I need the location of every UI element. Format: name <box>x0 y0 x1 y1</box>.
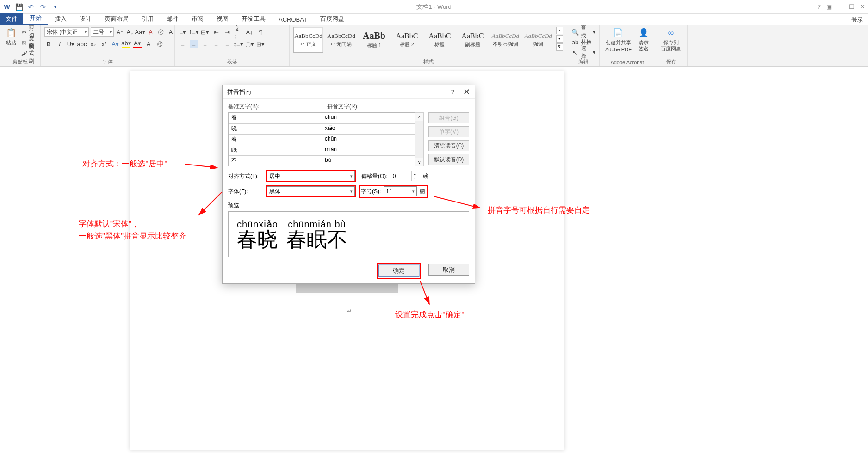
enclose-char-icon[interactable]: ㊕ <box>155 40 164 48</box>
subscript-icon[interactable]: x₂ <box>89 40 97 48</box>
tab-mailings[interactable]: 邮件 <box>160 13 185 25</box>
offset-spinner[interactable]: ▴▾ <box>391 171 420 181</box>
text-effect-icon[interactable]: A▾ <box>111 40 119 48</box>
underline-icon[interactable]: U▾ <box>67 40 75 48</box>
sort-icon[interactable]: A↓ <box>245 28 254 36</box>
minimize-icon[interactable]: — <box>837 3 843 10</box>
font-color-icon[interactable]: A▾ <box>133 40 142 48</box>
char-border-icon[interactable]: A <box>167 28 175 36</box>
maximize-icon[interactable]: ☐ <box>849 3 855 10</box>
save-baidu-button[interactable]: ∞保存到 百度网盘 <box>659 27 683 53</box>
ruby-font-combo[interactable]: 黑体▾ <box>267 186 355 196</box>
superscript-icon[interactable]: x² <box>100 40 108 48</box>
base-cell[interactable]: 眠 <box>229 145 322 155</box>
grid-scrollbar[interactable]: ∧∨ <box>415 112 424 166</box>
file-tab[interactable]: 文件 <box>0 13 23 25</box>
shrink-font-icon[interactable]: A↓ <box>126 28 134 36</box>
align-left-icon[interactable]: ≡ <box>179 40 187 48</box>
align-combo[interactable]: 居中▾ <box>267 171 355 181</box>
justify-icon[interactable]: ≡ <box>212 40 220 48</box>
style-title[interactable]: AaBbC标题 <box>425 27 455 53</box>
tab-developer[interactable]: 开发工具 <box>235 13 272 25</box>
tab-view[interactable]: 视图 <box>210 13 235 25</box>
help-icon[interactable]: ? <box>818 3 821 10</box>
distribute-icon[interactable]: ≡ <box>223 40 231 48</box>
line-spacing-icon[interactable]: ↕≡▾ <box>234 40 242 48</box>
find-button[interactable]: 🔍查找▾ <box>571 27 595 37</box>
tab-baidu[interactable]: 百度网盘 <box>314 13 351 25</box>
grow-font-icon[interactable]: A↑ <box>116 28 124 36</box>
style-emphasis[interactable]: AaBbCcDd强调 <box>523 27 553 53</box>
ruby-cell[interactable]: bù <box>322 156 415 166</box>
bullets-icon[interactable]: ≡▾ <box>179 28 187 36</box>
dialog-close-icon[interactable]: ✕ <box>463 87 470 97</box>
clear-ruby-button[interactable]: 清除读音(C) <box>428 140 469 151</box>
align-value: 居中 <box>269 172 280 180</box>
highlight-icon[interactable]: ab▾ <box>122 40 130 48</box>
strike-icon[interactable]: abc <box>78 40 86 48</box>
style-subtle-emphasis[interactable]: AaBbCcDd不明显强调 <box>490 27 521 53</box>
ok-button[interactable]: 确定 <box>378 265 419 277</box>
tab-design[interactable]: 设计 <box>73 13 98 25</box>
request-sign-button[interactable]: 👤请求 签名 <box>636 27 651 53</box>
font-name-combo[interactable]: 宋体 (中文正▾ <box>44 27 89 37</box>
qat-more-icon[interactable]: ▾ <box>50 2 60 12</box>
borders-icon[interactable]: ⊞▾ <box>256 40 265 48</box>
shading-icon[interactable]: ▢▾ <box>245 40 254 48</box>
offset-input[interactable] <box>391 173 411 179</box>
save-icon[interactable]: 💾 <box>14 2 24 12</box>
ribbon-display-icon[interactable]: ▣ <box>826 3 832 10</box>
phonetic-guide-icon[interactable]: ㋐ <box>156 28 165 36</box>
tab-insert[interactable]: 插入 <box>48 13 73 25</box>
single-button[interactable]: 单字(M) <box>428 126 469 137</box>
cancel-button[interactable]: 取消 <box>428 264 469 276</box>
paste-button[interactable]: 📋 粘贴 <box>4 27 19 47</box>
style-subtitle[interactable]: AaBbC副标题 <box>458 27 488 53</box>
numbering-icon[interactable]: 1≡▾ <box>190 28 198 36</box>
multilevel-icon[interactable]: ⊟▾ <box>201 28 209 36</box>
undo-icon[interactable]: ↶ <box>26 2 36 12</box>
show-marks-icon[interactable]: ¶ <box>256 28 265 36</box>
redo-icon[interactable]: ↷ <box>38 2 48 12</box>
style-heading2[interactable]: AaBbC标题 2 <box>392 27 422 53</box>
style-normal[interactable]: AaBbCcDd↵ 正文 <box>293 27 323 53</box>
style-heading1[interactable]: AaBb标题 1 <box>359 27 389 53</box>
dialog-help-icon[interactable]: ? <box>451 88 454 95</box>
align-right-icon[interactable]: ≡ <box>201 40 209 48</box>
select-button[interactable]: ↖选择▾ <box>571 47 595 57</box>
clear-format-icon[interactable]: A̷ <box>146 28 155 36</box>
group-button[interactable]: 组合(G) <box>428 112 469 123</box>
close-icon[interactable]: ✕ <box>860 3 865 10</box>
tab-home[interactable]: 开始 <box>23 12 48 25</box>
tab-acrobat[interactable]: ACROBAT <box>272 14 314 25</box>
style-nospacing[interactable]: AaBbCcDd↵ 无间隔 <box>326 27 356 53</box>
base-cell[interactable]: 春 <box>229 113 322 123</box>
tab-review[interactable]: 审阅 <box>185 13 210 25</box>
bold-icon[interactable]: B <box>44 40 53 48</box>
create-pdf-button[interactable]: 📄创建并共享Adobe PDF <box>603 27 633 54</box>
ruby-cell[interactable]: chūn <box>322 135 415 145</box>
tab-layout[interactable]: 页面布局 <box>98 13 135 25</box>
default-ruby-button[interactable]: 默认读音(D) <box>428 154 469 165</box>
align-center-icon[interactable]: ≡ <box>190 40 198 48</box>
dialog-titlebar[interactable]: 拼音指南 ? ✕ <box>223 85 475 99</box>
ruby-size-combo[interactable]: 11▾ <box>384 186 417 196</box>
base-cell[interactable]: 春 <box>229 135 322 145</box>
decrease-indent-icon[interactable]: ⇤ <box>212 28 220 36</box>
login-link[interactable]: 登录 <box>851 16 863 24</box>
ruby-grid[interactable]: 春chūn 晓xiǎo 春chūn 眠mián 不bù <box>228 112 415 166</box>
style-scroll[interactable]: ▴▾⊽ <box>556 27 563 51</box>
font-size-combo[interactable]: 二号▾ <box>91 27 114 37</box>
base-cell[interactable]: 晓 <box>229 124 322 134</box>
ruby-cell[interactable]: chūn <box>322 113 415 123</box>
text-direction-icon[interactable]: 文↕ <box>234 28 242 36</box>
change-case-icon[interactable]: Aa▾ <box>136 28 144 36</box>
increase-indent-icon[interactable]: ⇥ <box>223 28 231 36</box>
base-cell[interactable]: 不 <box>229 156 322 166</box>
format-painter-button[interactable]: 🖌格式刷 <box>21 48 37 58</box>
italic-icon[interactable]: I <box>56 40 64 48</box>
ruby-cell[interactable]: mián <box>322 145 415 155</box>
char-shading-icon[interactable]: A <box>144 40 153 48</box>
tab-references[interactable]: 引用 <box>135 13 160 25</box>
ruby-cell[interactable]: xiǎo <box>322 124 415 134</box>
